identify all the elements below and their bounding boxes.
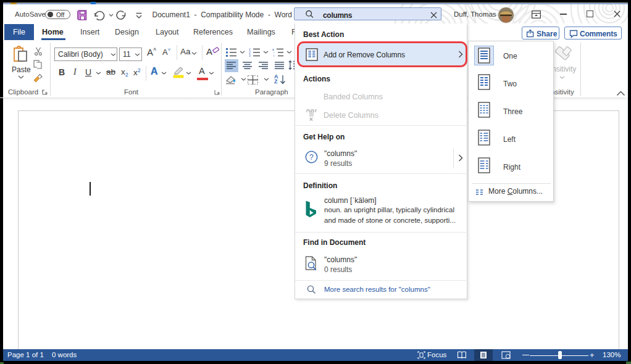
svg-text:3: 3 [249,54,251,57]
svg-text:?: ? [309,153,314,162]
svg-text:i: i [274,54,274,57]
